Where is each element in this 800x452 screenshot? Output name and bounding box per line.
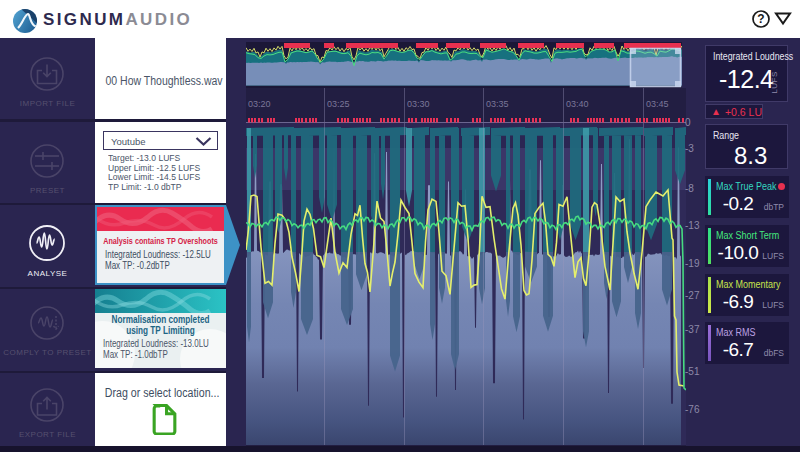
svg-text:03:30: 03:30 bbox=[407, 99, 430, 109]
svg-text:03:20: 03:20 bbox=[248, 99, 271, 109]
svg-text:?: ? bbox=[757, 12, 764, 26]
svg-text:03:35: 03:35 bbox=[486, 99, 509, 109]
svg-text:03:40: 03:40 bbox=[566, 99, 589, 109]
svg-text:03:25: 03:25 bbox=[327, 99, 350, 109]
svg-text:03:45: 03:45 bbox=[646, 99, 669, 109]
